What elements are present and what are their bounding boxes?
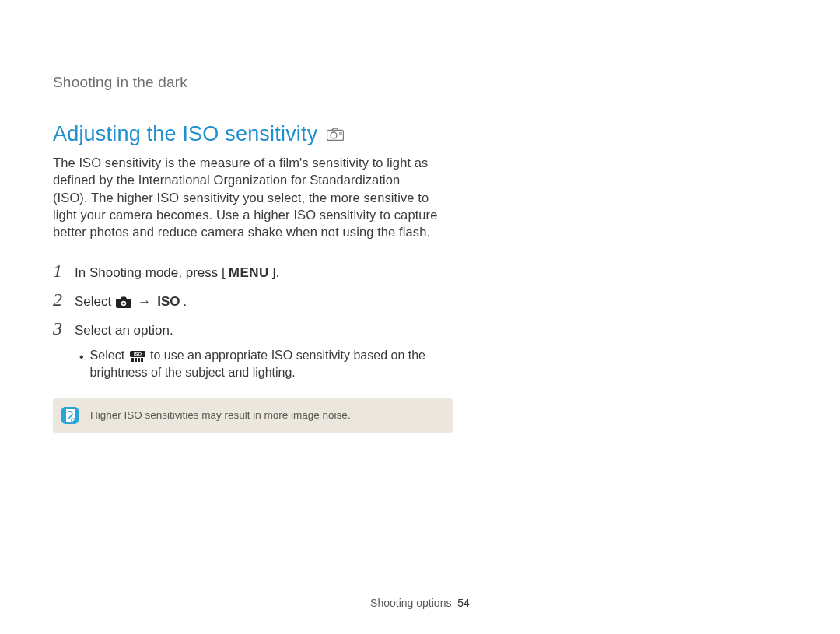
step-text: Select an option.: [75, 323, 173, 338]
iso-auto-icon: ISO: [130, 351, 145, 363]
step-number: 2: [53, 289, 64, 310]
step-number: 3: [53, 318, 64, 339]
svg-point-1: [331, 132, 337, 138]
step-3: 3 Select an option.: [53, 318, 442, 339]
svg-rect-8: [131, 358, 134, 362]
step-text: Select → ISO.: [75, 294, 187, 310]
camera-p-mode-icon: P: [327, 128, 344, 141]
svg-rect-11: [141, 358, 143, 362]
svg-rect-10: [138, 358, 140, 362]
note-box: Higher ISO sensitivities may result in m…: [53, 398, 453, 433]
step-text: In Shooting mode, press [MENU].: [75, 265, 279, 281]
step-2: 2 Select → ISO.: [53, 289, 442, 310]
svg-point-5: [123, 302, 125, 304]
svg-rect-9: [135, 358, 137, 362]
iso-label: ISO: [157, 294, 180, 310]
note-text: Higher ISO sensitivities may result in m…: [90, 409, 351, 421]
note-icon: [61, 406, 79, 425]
footer-section: Shooting options: [370, 597, 451, 609]
svg-text:P: P: [339, 131, 342, 136]
step-number: 1: [53, 261, 64, 282]
manual-page: Shooting in the dark Adjusting the ISO s…: [0, 0, 840, 634]
svg-text:ISO: ISO: [134, 352, 142, 356]
sub-bullet-text: Select ISO to use an appropriate ISO sen…: [90, 347, 437, 380]
bullet-icon: •: [79, 347, 84, 380]
step-1: 1 In Shooting mode, press [MENU].: [53, 261, 442, 282]
step-3-sub-bullet: • Select ISO to use an appropriate ISO s…: [79, 347, 437, 380]
body-paragraph: The ISO sensitivity is the measure of a …: [53, 154, 438, 240]
footer-page-number: 54: [454, 597, 470, 609]
steps-list: 1 In Shooting mode, press [MENU]. 2 Sele…: [53, 261, 442, 380]
arrow-right-icon: →: [136, 294, 154, 310]
menu-icon: MENU: [229, 265, 269, 281]
breadcrumb: Shooting in the dark: [53, 74, 789, 91]
section-heading: Adjusting the ISO sensitivity P: [53, 122, 789, 146]
camera-icon: [116, 296, 131, 308]
section-heading-text: Adjusting the ISO sensitivity: [53, 122, 317, 146]
page-footer: Shooting options 54: [0, 597, 840, 609]
